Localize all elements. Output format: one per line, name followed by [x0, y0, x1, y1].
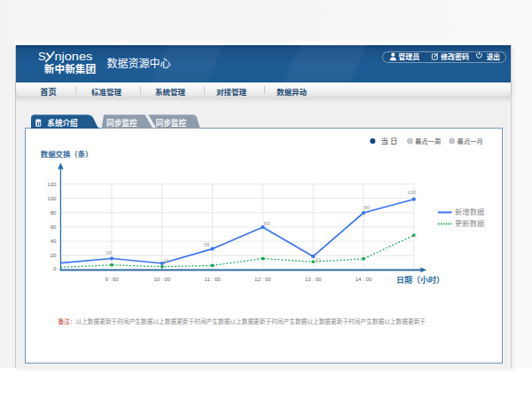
svg-text:修改密码: 修改密码	[441, 52, 469, 61]
svg-text:0: 0	[53, 265, 57, 271]
svg-text:60: 60	[51, 223, 57, 230]
svg-text:同步监控: 同步监控	[106, 118, 137, 128]
svg-text:njones: njones	[54, 50, 92, 63]
svg-text:18: 18	[106, 249, 112, 255]
svg-text:10 : 00: 10 : 00	[153, 276, 170, 282]
svg-text:11 : 00: 11 : 00	[205, 276, 222, 282]
svg-text:数据交换（条）: 数据交换（条）	[41, 150, 93, 159]
svg-text:系统介绍: 系统介绍	[47, 118, 78, 128]
svg-text:退出: 退出	[487, 52, 500, 61]
svg-text:10: 10	[163, 257, 169, 263]
svg-text:最近一周: 最近一周	[415, 137, 441, 145]
svg-text:10: 10	[315, 256, 321, 262]
svg-text:日期（小时）: 日期（小时）	[396, 275, 444, 285]
svg-text:60: 60	[264, 220, 270, 226]
svg-text:标准管理: 标准管理	[91, 88, 122, 97]
svg-text:对接管理: 对接管理	[216, 88, 247, 97]
svg-text:80: 80	[364, 204, 370, 210]
svg-text:100: 100	[407, 189, 417, 195]
svg-text:13 : 00: 13 : 00	[305, 276, 322, 282]
svg-text:S: S	[38, 50, 46, 63]
svg-text:备注：以上数据更新于时间产生数据以上数据更新于时间产生数据以: 备注：以上数据更新于时间产生数据以上数据更新于时间产生数据以上数据更新于时间产生…	[58, 317, 426, 325]
svg-text:更新数据: 更新数据	[455, 219, 485, 228]
svg-text:9 : 00: 9 : 00	[105, 276, 119, 282]
svg-text:最近一月: 最近一月	[458, 137, 483, 145]
svg-text:14 : 00: 14 : 00	[356, 276, 372, 282]
svg-text:20: 20	[51, 252, 57, 258]
svg-text:120: 120	[47, 181, 57, 187]
svg-text:当日: 当日	[381, 137, 398, 145]
svg-text:同步监控: 同步监控	[156, 118, 187, 128]
svg-text:首页: 首页	[40, 87, 56, 97]
svg-text:管理员: 管理员	[398, 52, 419, 61]
svg-text:新增数据: 新增数据	[455, 207, 485, 216]
svg-text:系统管理: 系统管理	[155, 88, 186, 97]
svg-text:数据资源中心: 数据资源中心	[106, 57, 170, 70]
svg-text:100: 100	[47, 195, 57, 201]
svg-text:35: 35	[204, 241, 210, 247]
svg-text:新中新集团: 新中新集团	[44, 63, 96, 74]
svg-text:数据异动: 数据异动	[277, 88, 308, 97]
svg-text:12 : 00: 12 : 00	[254, 276, 271, 282]
svg-text:40: 40	[51, 238, 57, 244]
svg-text:80: 80	[51, 209, 57, 215]
